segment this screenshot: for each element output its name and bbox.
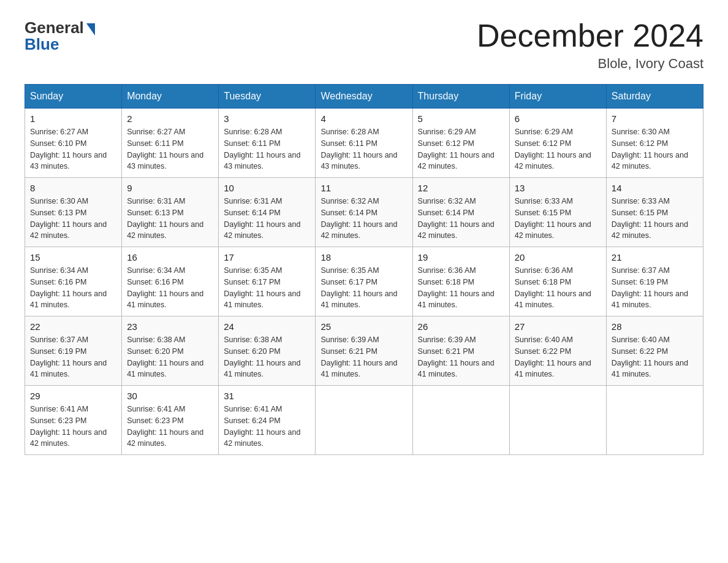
calendar-cell: 26 Sunrise: 6:39 AM Sunset: 6:21 PM Dayl… — [412, 316, 509, 386]
calendar-cell: 14 Sunrise: 6:33 AM Sunset: 6:15 PM Dayl… — [606, 178, 703, 247]
day-info: Sunrise: 6:30 AM Sunset: 6:13 PM Dayligh… — [30, 196, 116, 242]
calendar-cell: 21 Sunrise: 6:37 AM Sunset: 6:19 PM Dayl… — [606, 247, 703, 316]
weekday-header-tuesday: Tuesday — [219, 85, 316, 109]
day-number: 12 — [418, 183, 504, 193]
week-row-3: 15 Sunrise: 6:34 AM Sunset: 6:16 PM Dayl… — [25, 247, 703, 316]
calendar-cell: 8 Sunrise: 6:30 AM Sunset: 6:13 PM Dayli… — [25, 178, 122, 247]
day-number: 7 — [612, 113, 698, 124]
title-section: December 2024 Blole, Ivory Coast — [477, 18, 703, 72]
day-info: Sunrise: 6:41 AM Sunset: 6:24 PM Dayligh… — [224, 404, 310, 450]
day-number: 17 — [224, 252, 310, 262]
calendar-cell: 16 Sunrise: 6:34 AM Sunset: 6:16 PM Dayl… — [122, 247, 219, 316]
day-number: 27 — [515, 321, 601, 332]
week-row-2: 8 Sunrise: 6:30 AM Sunset: 6:13 PM Dayli… — [25, 178, 703, 247]
calendar-cell: 15 Sunrise: 6:34 AM Sunset: 6:16 PM Dayl… — [25, 247, 122, 316]
day-info: Sunrise: 6:29 AM Sunset: 6:12 PM Dayligh… — [418, 126, 504, 172]
month-title: December 2024 — [477, 18, 703, 53]
day-info: Sunrise: 6:41 AM Sunset: 6:23 PM Dayligh… — [127, 404, 213, 450]
day-info: Sunrise: 6:36 AM Sunset: 6:18 PM Dayligh… — [515, 265, 601, 311]
calendar-cell: 6 Sunrise: 6:29 AM Sunset: 6:12 PM Dayli… — [509, 109, 606, 178]
calendar-cell — [412, 386, 509, 455]
weekday-header-monday: Monday — [122, 85, 219, 109]
day-number: 24 — [224, 321, 310, 332]
day-info: Sunrise: 6:27 AM Sunset: 6:11 PM Dayligh… — [127, 126, 213, 172]
day-info: Sunrise: 6:38 AM Sunset: 6:20 PM Dayligh… — [127, 334, 213, 380]
day-info: Sunrise: 6:35 AM Sunset: 6:17 PM Dayligh… — [224, 265, 310, 311]
day-number: 25 — [320, 321, 407, 332]
logo-blue-text: Blue — [25, 35, 59, 54]
calendar-cell: 2 Sunrise: 6:27 AM Sunset: 6:11 PM Dayli… — [122, 109, 219, 178]
day-info: Sunrise: 6:35 AM Sunset: 6:17 PM Dayligh… — [320, 265, 407, 311]
day-number: 21 — [612, 252, 698, 262]
calendar-cell: 19 Sunrise: 6:36 AM Sunset: 6:18 PM Dayl… — [412, 247, 509, 316]
day-number: 16 — [127, 252, 213, 262]
day-number: 20 — [515, 252, 601, 262]
weekday-header-sunday: Sunday — [25, 85, 122, 109]
day-number: 26 — [418, 321, 504, 332]
day-number: 30 — [127, 391, 213, 401]
calendar-cell: 5 Sunrise: 6:29 AM Sunset: 6:12 PM Dayli… — [412, 109, 509, 178]
day-number: 9 — [127, 183, 213, 193]
day-number: 29 — [30, 391, 116, 401]
day-number: 6 — [515, 113, 601, 124]
day-number: 15 — [30, 252, 116, 262]
day-number: 1 — [30, 113, 116, 124]
day-info: Sunrise: 6:39 AM Sunset: 6:21 PM Dayligh… — [320, 334, 407, 380]
day-info: Sunrise: 6:30 AM Sunset: 6:12 PM Dayligh… — [612, 126, 698, 172]
weekday-header-row: SundayMondayTuesdayWednesdayThursdayFrid… — [25, 85, 703, 109]
day-number: 3 — [224, 113, 310, 124]
calendar-cell — [316, 386, 412, 455]
day-number: 8 — [30, 183, 116, 193]
calendar-cell: 4 Sunrise: 6:28 AM Sunset: 6:11 PM Dayli… — [316, 109, 412, 178]
weekday-header-friday: Friday — [509, 85, 606, 109]
calendar-cell: 10 Sunrise: 6:31 AM Sunset: 6:14 PM Dayl… — [219, 178, 316, 247]
day-info: Sunrise: 6:31 AM Sunset: 6:14 PM Dayligh… — [224, 196, 310, 242]
day-info: Sunrise: 6:33 AM Sunset: 6:15 PM Dayligh… — [515, 196, 601, 242]
calendar-cell: 22 Sunrise: 6:37 AM Sunset: 6:19 PM Dayl… — [25, 316, 122, 386]
day-number: 5 — [418, 113, 504, 124]
day-number: 11 — [320, 183, 407, 193]
day-number: 14 — [612, 183, 698, 193]
day-info: Sunrise: 6:41 AM Sunset: 6:23 PM Dayligh… — [30, 404, 116, 450]
calendar-cell: 29 Sunrise: 6:41 AM Sunset: 6:23 PM Dayl… — [25, 386, 122, 455]
calendar-cell: 12 Sunrise: 6:32 AM Sunset: 6:14 PM Dayl… — [412, 178, 509, 247]
day-info: Sunrise: 6:33 AM Sunset: 6:15 PM Dayligh… — [612, 196, 698, 242]
page-header: General Blue December 2024 Blole, Ivory … — [25, 18, 703, 72]
day-info: Sunrise: 6:32 AM Sunset: 6:14 PM Dayligh… — [320, 196, 407, 242]
day-number: 28 — [612, 321, 698, 332]
day-info: Sunrise: 6:29 AM Sunset: 6:12 PM Dayligh… — [515, 126, 601, 172]
calendar-cell: 25 Sunrise: 6:39 AM Sunset: 6:21 PM Dayl… — [316, 316, 412, 386]
calendar-cell: 27 Sunrise: 6:40 AM Sunset: 6:22 PM Dayl… — [509, 316, 606, 386]
calendar-cell: 9 Sunrise: 6:31 AM Sunset: 6:13 PM Dayli… — [122, 178, 219, 247]
calendar-cell: 31 Sunrise: 6:41 AM Sunset: 6:24 PM Dayl… — [219, 386, 316, 455]
calendar-cell: 7 Sunrise: 6:30 AM Sunset: 6:12 PM Dayli… — [606, 109, 703, 178]
calendar-cell — [606, 386, 703, 455]
day-info: Sunrise: 6:40 AM Sunset: 6:22 PM Dayligh… — [515, 334, 601, 380]
calendar-cell: 1 Sunrise: 6:27 AM Sunset: 6:10 PM Dayli… — [25, 109, 122, 178]
day-number: 23 — [127, 321, 213, 332]
weekday-header-saturday: Saturday — [606, 85, 703, 109]
day-info: Sunrise: 6:34 AM Sunset: 6:16 PM Dayligh… — [127, 265, 213, 311]
logo: General Blue — [25, 18, 95, 54]
calendar-cell: 24 Sunrise: 6:38 AM Sunset: 6:20 PM Dayl… — [219, 316, 316, 386]
day-info: Sunrise: 6:27 AM Sunset: 6:10 PM Dayligh… — [30, 126, 116, 172]
day-number: 2 — [127, 113, 213, 124]
day-number: 22 — [30, 321, 116, 332]
day-info: Sunrise: 6:32 AM Sunset: 6:14 PM Dayligh… — [418, 196, 504, 242]
calendar-cell: 11 Sunrise: 6:32 AM Sunset: 6:14 PM Dayl… — [316, 178, 412, 247]
logo-arrow-icon — [86, 23, 95, 36]
day-info: Sunrise: 6:36 AM Sunset: 6:18 PM Dayligh… — [418, 265, 504, 311]
day-number: 4 — [320, 113, 407, 124]
weekday-header-wednesday: Wednesday — [316, 85, 412, 109]
day-info: Sunrise: 6:34 AM Sunset: 6:16 PM Dayligh… — [30, 265, 116, 311]
day-number: 31 — [224, 391, 310, 401]
day-info: Sunrise: 6:38 AM Sunset: 6:20 PM Dayligh… — [224, 334, 310, 380]
calendar-cell: 20 Sunrise: 6:36 AM Sunset: 6:18 PM Dayl… — [509, 247, 606, 316]
day-info: Sunrise: 6:31 AM Sunset: 6:13 PM Dayligh… — [127, 196, 213, 242]
calendar-cell: 17 Sunrise: 6:35 AM Sunset: 6:17 PM Dayl… — [219, 247, 316, 316]
calendar-cell: 18 Sunrise: 6:35 AM Sunset: 6:17 PM Dayl… — [316, 247, 412, 316]
calendar-cell — [509, 386, 606, 455]
calendar-cell: 13 Sunrise: 6:33 AM Sunset: 6:15 PM Dayl… — [509, 178, 606, 247]
calendar-table: SundayMondayTuesdayWednesdayThursdayFrid… — [25, 84, 703, 455]
day-number: 18 — [320, 252, 407, 262]
